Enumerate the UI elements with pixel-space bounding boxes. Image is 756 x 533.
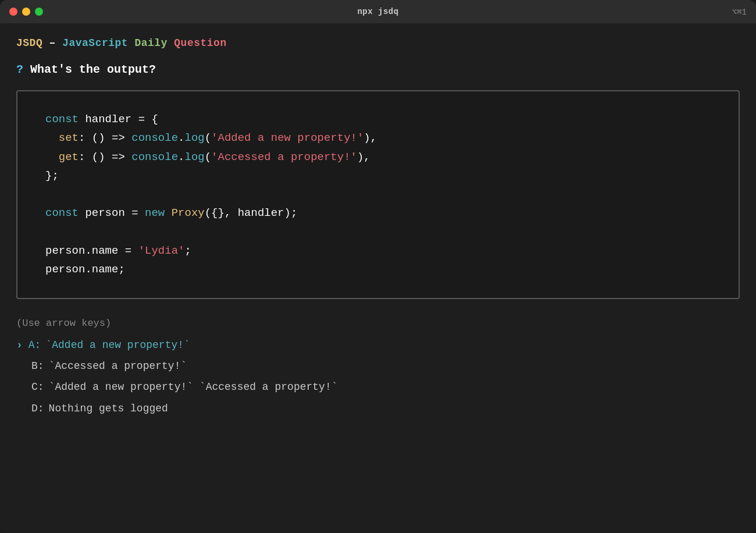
code-line-2: set: () => console.log('Added a new prop…	[45, 129, 711, 147]
code-line-7	[45, 223, 711, 241]
code-line-6: const person = new Proxy({}, handler);	[45, 204, 711, 222]
hint-line: (Use arrow keys)	[16, 318, 740, 329]
answer-key-d: D:	[31, 399, 44, 418]
answer-option-a[interactable]: › A: `Added a new property!`	[16, 336, 740, 354]
app-title-space2	[167, 37, 174, 49]
code-line-9: person.name;	[45, 260, 711, 279]
app-title-js: JavaScript	[62, 37, 128, 49]
maximize-button[interactable]	[35, 8, 43, 16]
answer-option-c[interactable]: C: `Added a new property!` `Accessed a p…	[16, 378, 740, 396]
close-button[interactable]	[9, 8, 17, 16]
answer-text-b: `Accessed a property!`	[49, 357, 187, 375]
answer-text-c: `Added a new property!` `Accessed a prop…	[49, 378, 338, 396]
code-box: const handler = { set: () => console.log…	[16, 90, 740, 299]
code-line-4: };	[45, 166, 711, 185]
app-title-sep: –	[42, 37, 62, 49]
code-line-8: person.name = 'Lydia';	[45, 241, 711, 260]
code-line-1: const handler = {	[45, 110, 711, 129]
answer-option-b[interactable]: B: `Accessed a property!`	[16, 357, 740, 375]
terminal-content: JSDQ – JavaScript Daily Question ? What'…	[0, 23, 756, 533]
question-mark: ?	[16, 63, 23, 76]
answers-section: (Use arrow keys) › A: `Added a new prope…	[16, 318, 740, 418]
title-bar: npx jsdq ⌥⌘1	[0, 0, 756, 23]
traffic-lights	[9, 8, 43, 16]
minimize-button[interactable]	[22, 8, 30, 16]
question-text: What's the output?	[30, 63, 156, 76]
answer-arrow-a: ›	[16, 336, 23, 354]
code-line-3: get: () => console.log('Accessed a prope…	[45, 148, 711, 166]
answer-text-a: `Added a new property!`	[45, 336, 190, 354]
window-title: npx jsdq	[357, 7, 398, 16]
app-title-daily: Daily	[134, 37, 167, 49]
answer-text-d: Nothing gets logged	[49, 399, 168, 418]
app-title-jsdq: JSDQ	[16, 37, 42, 49]
answer-key-b: B:	[31, 357, 44, 375]
app-title: JSDQ – JavaScript Daily Question	[16, 37, 740, 49]
app-title-space	[128, 37, 134, 49]
answer-key-c: C:	[31, 378, 44, 396]
answer-option-d[interactable]: D: Nothing gets logged	[16, 399, 740, 418]
answer-key-a: A:	[28, 336, 41, 354]
question-line: ? What's the output?	[16, 63, 740, 76]
app-title-question: Question	[174, 37, 226, 49]
shortcut-hint: ⌥⌘1	[732, 7, 747, 17]
code-line-5	[45, 185, 711, 204]
terminal-window: npx jsdq ⌥⌘1 JSDQ – JavaScript Daily Que…	[0, 0, 756, 533]
